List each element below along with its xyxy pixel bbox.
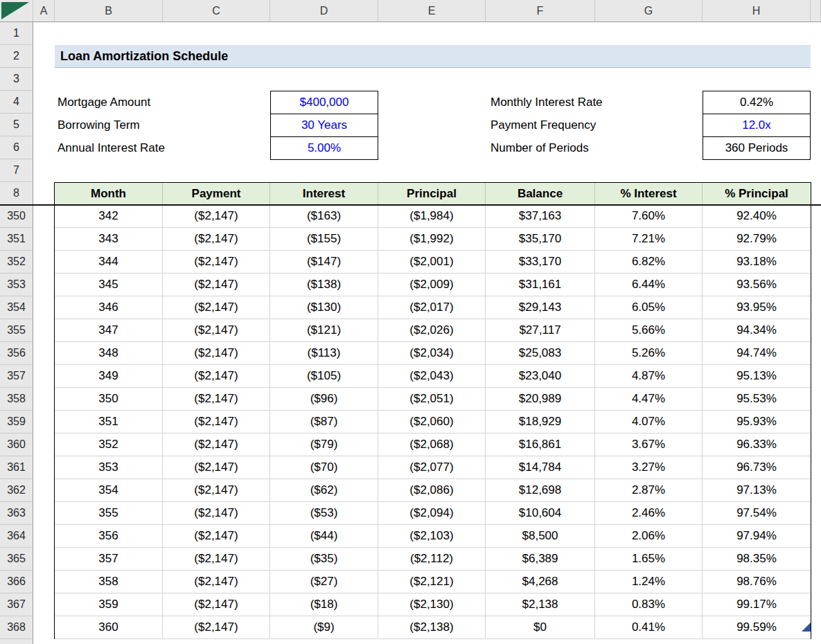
cell[interactable]: 356: [55, 525, 163, 548]
cell[interactable]: 354: [55, 479, 163, 502]
cell[interactable]: ($2,001): [378, 251, 486, 274]
column-header-b[interactable]: B: [55, 0, 163, 21]
cell[interactable]: ($1,992): [378, 228, 486, 251]
cell[interactable]: 353: [55, 456, 163, 479]
table-header-interest[interactable]: Interest: [270, 183, 378, 205]
label-borrowing-term[interactable]: Borrowing Term: [58, 114, 140, 136]
row-header-7[interactable]: 7: [0, 159, 33, 182]
row-header-361[interactable]: 361: [0, 456, 33, 479]
cell[interactable]: $29,143: [486, 296, 595, 319]
cell[interactable]: 99.17%: [703, 593, 811, 616]
cell[interactable]: $12,698: [486, 479, 595, 502]
cell[interactable]: $27,117: [486, 319, 595, 342]
cell[interactable]: 345: [55, 274, 163, 296]
cell[interactable]: ($2,060): [378, 411, 486, 433]
cell[interactable]: 2.06%: [595, 525, 703, 548]
row-header-5[interactable]: 5: [0, 114, 33, 136]
cell[interactable]: ($147): [270, 251, 378, 274]
cell[interactable]: $35,170: [486, 228, 595, 251]
cell[interactable]: ($2,112): [378, 548, 486, 571]
row-header-6[interactable]: 6: [0, 136, 33, 159]
table-header-principal[interactable]: % Principal: [703, 183, 811, 205]
cell[interactable]: $0: [486, 616, 595, 639]
cell[interactable]: 95.53%: [703, 388, 811, 411]
cell[interactable]: 4.87%: [595, 365, 703, 388]
row-header-358[interactable]: 358: [0, 388, 33, 411]
label-payment-frequency[interactable]: Payment Frequency: [491, 114, 596, 136]
cell[interactable]: 357: [55, 548, 163, 571]
row-header-365[interactable]: 365: [0, 548, 33, 571]
row-header-3[interactable]: 3: [0, 68, 33, 91]
label-monthly-interest-rate[interactable]: Monthly Interest Rate: [491, 91, 603, 114]
cell[interactable]: 0.83%: [595, 593, 703, 616]
cell[interactable]: 98.35%: [703, 548, 811, 571]
cell[interactable]: ($2,147): [163, 411, 270, 433]
cell[interactable]: $20,989: [486, 388, 595, 411]
cell[interactable]: ($2,147): [163, 525, 270, 548]
cell[interactable]: 358: [55, 571, 163, 593]
cell[interactable]: $4,268: [486, 571, 595, 593]
row-header-357[interactable]: 357: [0, 365, 33, 388]
row-header-366[interactable]: 366: [0, 571, 33, 593]
row-header-4[interactable]: 4: [0, 91, 33, 114]
cell[interactable]: ($130): [270, 296, 378, 319]
cell[interactable]: ($2,077): [378, 456, 486, 479]
cell[interactable]: ($2,121): [378, 571, 486, 593]
cell[interactable]: ($2,147): [163, 274, 270, 296]
cell[interactable]: 1.24%: [595, 571, 703, 593]
row-header-368[interactable]: 368: [0, 616, 33, 639]
cell[interactable]: 4.07%: [595, 411, 703, 433]
cell[interactable]: ($9): [270, 616, 378, 639]
cell[interactable]: ($2,138): [378, 616, 486, 639]
cell[interactable]: 94.74%: [703, 342, 811, 365]
label-annual-interest-rate[interactable]: Annual Interest Rate: [58, 136, 165, 159]
cell[interactable]: ($2,147): [163, 616, 270, 639]
row-header-356[interactable]: 356: [0, 342, 33, 365]
cell[interactable]: $25,083: [486, 342, 595, 365]
table-header-month[interactable]: Month: [55, 183, 163, 205]
cell[interactable]: $18,929: [486, 411, 595, 433]
cell[interactable]: ($105): [270, 365, 378, 388]
cell[interactable]: 343: [55, 228, 163, 251]
column-header-h[interactable]: H: [703, 0, 811, 21]
cell[interactable]: 93.56%: [703, 274, 811, 296]
annual-interest-rate-value[interactable]: 5.00%: [271, 137, 378, 159]
cell[interactable]: $16,861: [486, 433, 595, 456]
cell[interactable]: ($2,009): [378, 274, 486, 296]
cell[interactable]: ($2,147): [163, 388, 270, 411]
column-header-e[interactable]: E: [378, 0, 486, 21]
cell[interactable]: 360: [55, 616, 163, 639]
cell[interactable]: ($2,130): [378, 593, 486, 616]
cell[interactable]: ($138): [270, 274, 378, 296]
label-number-of-periods[interactable]: Number of Periods: [491, 136, 589, 159]
cell[interactable]: ($2,103): [378, 525, 486, 548]
borrowing-term-value[interactable]: 30 Years: [271, 114, 378, 137]
row-header-360[interactable]: 360: [0, 433, 33, 456]
row-header-362[interactable]: 362: [0, 479, 33, 502]
cell[interactable]: 2.87%: [595, 479, 703, 502]
cell[interactable]: 3.27%: [595, 456, 703, 479]
row-header-352[interactable]: 352: [0, 251, 33, 274]
cell[interactable]: ($2,147): [163, 319, 270, 342]
cell[interactable]: 3.67%: [595, 433, 703, 456]
cell[interactable]: 94.34%: [703, 319, 811, 342]
cell[interactable]: ($53): [270, 502, 378, 525]
cell[interactable]: $37,163: [486, 205, 595, 228]
cell[interactable]: $31,161: [486, 274, 595, 296]
cell[interactable]: ($2,034): [378, 342, 486, 365]
row-header-2[interactable]: 2: [0, 45, 33, 68]
row-header-8[interactable]: 8: [0, 182, 33, 205]
cell[interactable]: ($2,026): [378, 319, 486, 342]
cell[interactable]: 7.60%: [595, 205, 703, 228]
cell[interactable]: ($2,147): [163, 228, 270, 251]
cell[interactable]: 6.44%: [595, 274, 703, 296]
monthly-interest-rate-value[interactable]: 0.42%: [703, 91, 810, 114]
table-header-interest[interactable]: % Interest: [595, 183, 703, 205]
cell[interactable]: ($18): [270, 593, 378, 616]
cell[interactable]: 346: [55, 296, 163, 319]
cell[interactable]: ($2,017): [378, 296, 486, 319]
cell[interactable]: ($113): [270, 342, 378, 365]
cell[interactable]: 98.76%: [703, 571, 811, 593]
cell[interactable]: 350: [55, 388, 163, 411]
cell[interactable]: $33,170: [486, 251, 595, 274]
